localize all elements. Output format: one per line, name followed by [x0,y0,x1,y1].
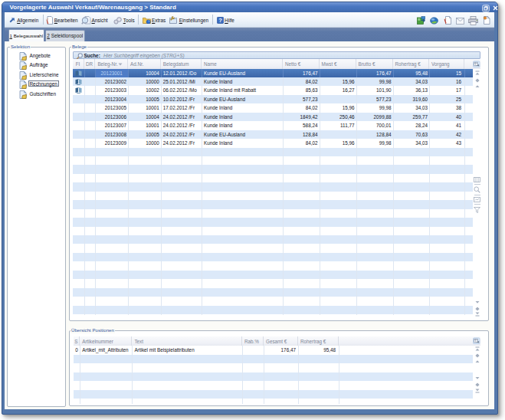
svg-text:?: ? [218,17,222,24]
